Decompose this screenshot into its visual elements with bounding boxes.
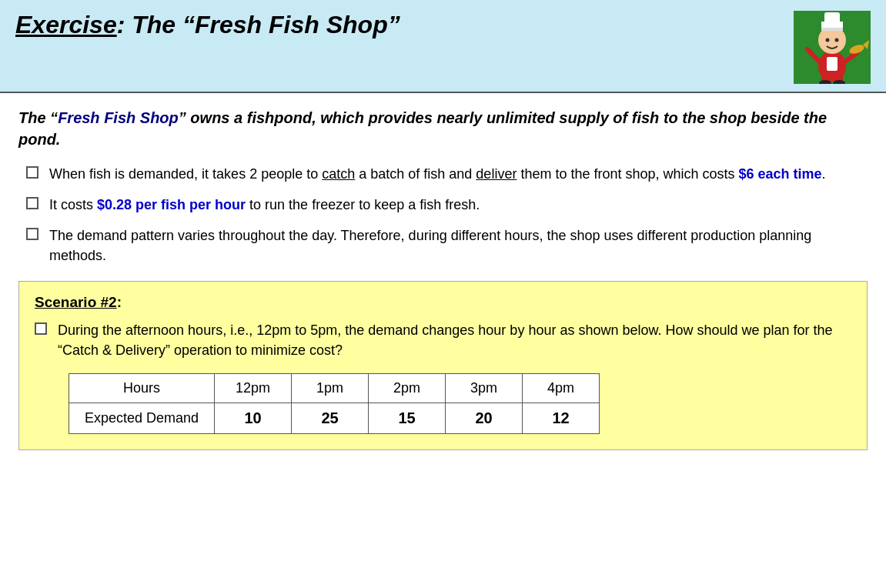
demand-value-3pm: 20 (446, 403, 523, 433)
page-title: Exercise: The “Fresh Fish Shop” (15, 11, 400, 39)
bullet-item-2: It costs $0.28 per fish per hour to run … (26, 195, 868, 215)
main-content: The “Fresh Fish Shop” owns a fishpond, w… (0, 93, 886, 464)
intro-paragraph: The “Fresh Fish Shop” owns a fishpond, w… (18, 107, 868, 150)
checkbox-3 (26, 228, 38, 240)
svg-rect-8 (824, 12, 840, 25)
bullet-item-3: The demand pattern varies throughout the… (26, 226, 868, 266)
page-container: Exercise: The “Fresh Fish Shop” (0, 0, 886, 588)
demand-value-12pm: 10 (215, 403, 292, 433)
col-header-2pm: 2pm (369, 373, 446, 403)
title-suffix: : The “Fresh Fish Shop” (117, 11, 400, 38)
bullet-list: When fish is demanded, it takes 2 people… (18, 164, 868, 266)
table-header-row: Hours 12pm 1pm 2pm 3pm 4pm (69, 373, 600, 403)
col-header-3pm: 3pm (446, 373, 523, 403)
exercise-word: Exercise (15, 11, 117, 38)
row-header-expected-demand: Expected Demand (69, 403, 215, 433)
bullet-text-2: It costs $0.28 per fish per hour to run … (49, 195, 868, 215)
col-header-4pm: 4pm (523, 373, 600, 403)
col-header-1pm: 1pm (292, 373, 369, 403)
chef-image (794, 11, 871, 84)
svg-point-10 (826, 38, 830, 42)
checkbox-scenario (35, 322, 47, 335)
cost-highlight-1: $6 each time (739, 166, 822, 182)
scenario-box: Scenario #2: During the afternoon hours,… (18, 281, 868, 449)
deliver-word: deliver (476, 166, 517, 182)
svg-point-11 (835, 38, 839, 42)
scenario-title: Scenario #2: (35, 294, 851, 311)
scenario-description: During the afternoon hours, i.e., 12pm t… (58, 320, 851, 360)
col-header-hours: Hours (69, 373, 215, 403)
bullet-text-3: The demand pattern varies throughout the… (49, 226, 868, 266)
bullet-text-1: When fish is demanded, it takes 2 people… (49, 164, 868, 184)
scenario-bullet: During the afternoon hours, i.e., 12pm t… (35, 320, 851, 360)
demand-table: Hours 12pm 1pm 2pm 3pm 4pm Expected Dema… (69, 373, 600, 434)
svg-rect-16 (827, 57, 838, 71)
table-data-row: Expected Demand 10 25 15 20 12 (69, 403, 600, 433)
bullet-item-1: When fish is demanded, it takes 2 people… (26, 164, 868, 184)
catch-word: catch (322, 166, 355, 182)
cost-highlight-2: $0.28 per fish per hour (97, 197, 246, 212)
checkbox-2 (26, 197, 38, 209)
demand-value-1pm: 25 (292, 403, 369, 433)
table-container: Hours 12pm 1pm 2pm 3pm 4pm Expected Dema… (69, 373, 851, 434)
intro-text-before: The “ (18, 109, 58, 126)
scenario-colon: : (117, 294, 122, 310)
chef-svg (794, 11, 871, 84)
page-header: Exercise: The “Fresh Fish Shop” (0, 0, 886, 93)
checkbox-1 (26, 166, 38, 179)
scenario-num: Scenario #2 (35, 294, 117, 310)
demand-value-4pm: 12 (523, 403, 600, 433)
shop-name: Fresh Fish Shop (58, 109, 179, 126)
col-header-12pm: 12pm (215, 373, 292, 403)
svg-rect-9 (821, 28, 843, 31)
demand-value-2pm: 15 (369, 403, 446, 433)
